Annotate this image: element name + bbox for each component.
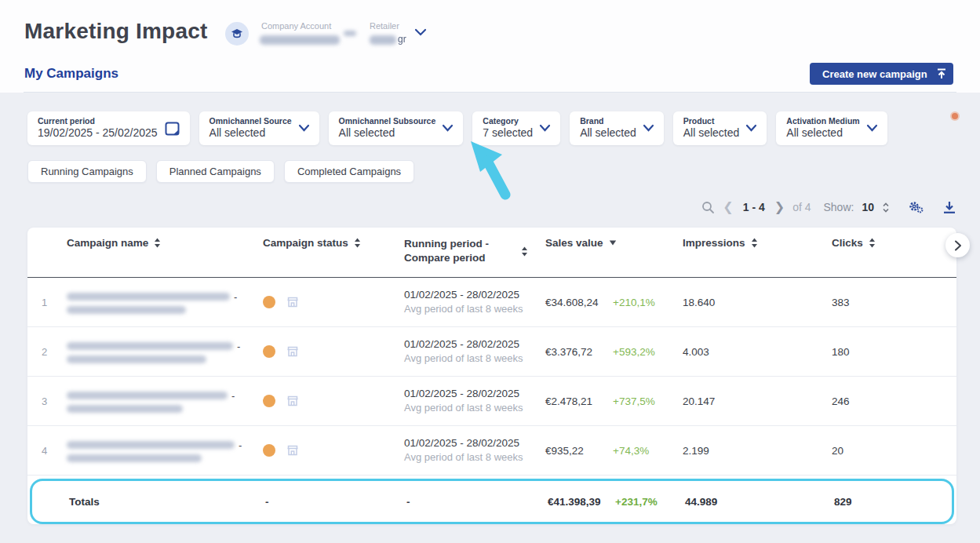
filter-product[interactable]: Product All selected — [673, 111, 767, 145]
column-header-sales-value[interactable]: Sales value — [545, 237, 683, 249]
sales-value: €935,22 — [545, 445, 613, 457]
filter-label: Activation Medium — [786, 116, 859, 126]
chevron-down-icon — [442, 124, 454, 132]
filter-label: Product — [683, 116, 740, 126]
filter-label: Omnichannel Subsource — [339, 116, 436, 126]
chevron-down-icon — [539, 124, 551, 132]
marketing-impact-page: Marketing Impact Company Account Retaile… — [0, 0, 980, 543]
table-row[interactable]: 4 - 01/02/2025 - 28/02/2025 Avg period o… — [27, 426, 956, 476]
page-total: of 4 — [792, 201, 811, 213]
sales-delta: +593,2% — [613, 346, 655, 358]
table-row[interactable]: 1 - 01/02/2025 - 28/02/2025 Avg period o… — [27, 278, 956, 327]
totals-impressions-value: 44.989 — [685, 496, 834, 508]
filter-label: Category — [483, 116, 533, 126]
notification-dot — [952, 113, 958, 119]
status-dot — [263, 296, 275, 308]
chevron-down-icon[interactable] — [414, 28, 427, 36]
filter-activation-medium[interactable]: Activation Medium All selected — [776, 111, 887, 145]
search-icon[interactable] — [701, 201, 715, 214]
page-title: Marketing Impact — [24, 19, 207, 44]
totals-sales-value: €41.398,39 — [548, 496, 615, 508]
status-dot — [263, 395, 275, 407]
column-header-campaign-status[interactable]: Campaign status — [263, 237, 404, 249]
impressions-value: 4.003 — [683, 346, 832, 358]
filter-omnichannel-subsource[interactable]: Omnichannel Subsource All selected — [329, 111, 464, 145]
table-row[interactable]: 2 - 01/02/2025 - 28/02/2025 Avg period o… — [27, 327, 956, 377]
chevron-right-icon — [954, 240, 962, 251]
upload-button[interactable] — [929, 63, 953, 85]
totals-clicks-value: 829 — [834, 496, 952, 508]
company-account-label: Company Account — [261, 21, 331, 31]
page-range: 1 - 4 — [743, 201, 765, 213]
store-icon — [286, 444, 300, 457]
chevron-down-icon — [745, 124, 757, 132]
store-icon — [286, 395, 300, 407]
store-icon — [286, 296, 300, 308]
company-account-value-redacted[interactable] — [260, 35, 340, 45]
page-size-value: 10 — [862, 201, 874, 213]
clicks-value: 20 — [832, 445, 956, 457]
column-header-clicks[interactable]: Clicks — [832, 237, 956, 249]
filter-value: All selected — [580, 126, 636, 140]
chevron-down-icon — [643, 124, 654, 132]
totals-row: Totals - - €41.398,39 +231,7% 44.989 829 — [30, 479, 954, 524]
filter-value: All selected — [339, 126, 436, 140]
column-header-running-period[interactable]: Running period - Compare period — [404, 237, 545, 265]
totals-label: Totals — [69, 496, 265, 508]
sales-value: €34.608,24 — [545, 297, 613, 308]
clicks-value: 246 — [832, 395, 956, 407]
create-new-campaign-button[interactable]: Create new campaign — [810, 63, 940, 85]
graduation-cap-icon — [231, 28, 243, 39]
filter-value: All selected — [683, 126, 740, 140]
sales-delta: +74,3% — [613, 445, 649, 457]
cursor-arrow-icon — [468, 140, 516, 201]
table-header-row: Campaign name Campaign status Running pe… — [27, 228, 956, 278]
store-icon — [286, 345, 300, 358]
filter-current-period[interactable]: Current period 19/02/2025 - 25/02/2025 — [27, 111, 190, 145]
sales-value: €3.376,72 — [545, 346, 613, 358]
chevron-down-icon — [866, 124, 878, 132]
chevron-left-icon[interactable]: ❮ — [723, 201, 733, 213]
download-icon[interactable] — [942, 201, 956, 214]
filter-label: Current period — [38, 116, 158, 126]
filter-omnichannel-source[interactable]: Omnichannel Source All selected — [199, 111, 319, 145]
tab-running-campaigns[interactable]: Running Campaigns — [27, 160, 147, 183]
page-size-stepper[interactable] — [882, 202, 890, 213]
retailer-value-redacted[interactable] — [370, 35, 396, 45]
clicks-value: 180 — [832, 346, 956, 358]
chevron-right-icon[interactable]: ❯ — [774, 201, 785, 213]
impressions-value: 18.640 — [683, 297, 832, 308]
column-header-campaign-name[interactable]: Campaign name — [67, 237, 263, 249]
campaign-name-redacted: - — [67, 436, 263, 465]
sort-desc-icon — [609, 240, 617, 246]
filter-brand[interactable]: Brand All selected — [570, 111, 664, 145]
impressions-value: 2.199 — [683, 445, 832, 457]
table-row[interactable]: 3 - 01/02/2025 - 28/02/2025 Avg period o… — [27, 377, 956, 426]
campaigns-table: Campaign name Campaign status Running pe… — [27, 228, 956, 524]
status-dot — [263, 345, 275, 358]
education-badge[interactable] — [225, 22, 249, 46]
filter-value: All selected — [786, 126, 859, 140]
sort-icon — [154, 238, 161, 248]
section-divider — [24, 92, 956, 93]
campaign-name-redacted: - — [67, 387, 263, 416]
section-title: My Campaigns — [24, 66, 118, 82]
chevron-down-icon — [298, 124, 310, 132]
sort-icon — [869, 238, 876, 248]
clicks-value: 383 — [832, 297, 956, 308]
retailer-value-suffix: gr — [398, 34, 406, 45]
scroll-right-button[interactable] — [945, 233, 970, 257]
sort-icon — [521, 246, 528, 257]
totals-sales-delta: +231,7% — [615, 496, 658, 508]
tab-completed-campaigns[interactable]: Completed Campaigns — [284, 160, 414, 183]
campaign-tabs: Running Campaigns Planned Campaigns Comp… — [27, 160, 414, 183]
column-header-impressions[interactable]: Impressions — [683, 237, 832, 249]
sales-delta: +210,1% — [613, 297, 655, 308]
gear-icon[interactable] — [909, 201, 924, 213]
sort-icon — [751, 238, 758, 248]
company-account-sup-redacted — [344, 31, 356, 36]
tab-planned-campaigns[interactable]: Planned Campaigns — [156, 160, 275, 183]
upload-icon — [935, 67, 948, 80]
show-label: Show: — [824, 201, 854, 213]
filter-value: All selected — [209, 126, 292, 140]
